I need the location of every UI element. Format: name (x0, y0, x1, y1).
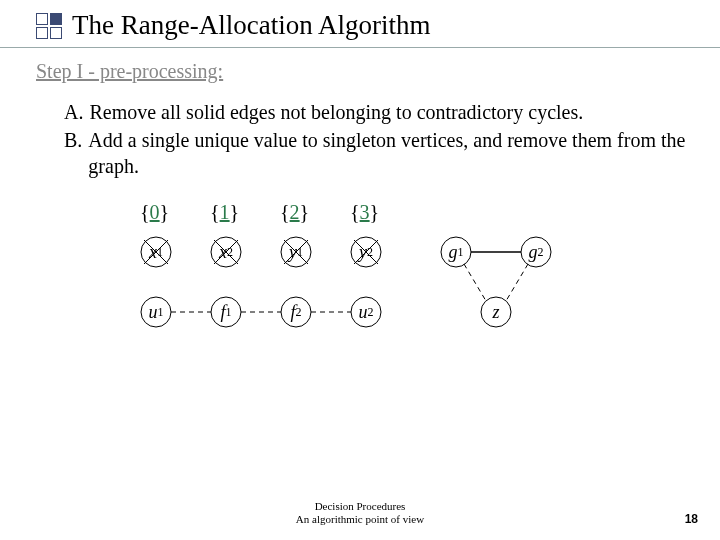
node-u2: u2 (351, 297, 381, 327)
singleton-value: {3} (350, 201, 379, 224)
footer: Decision Procedures An algorithmic point… (0, 500, 720, 526)
node-f2: f2 (281, 297, 311, 327)
list-item: B. Add a single unique value to singleto… (64, 127, 692, 179)
node-x2: x2 (211, 237, 241, 267)
node-y2: y2 (351, 237, 381, 267)
item-marker: B. (64, 127, 82, 179)
singleton-value: {2} (280, 201, 309, 224)
item-marker: A. (64, 99, 83, 125)
svg-line-24 (506, 264, 528, 301)
item-text: Add a single unique value to singleton v… (88, 127, 692, 179)
node-u1: u1 (141, 297, 171, 327)
node-g2: g2 (521, 237, 551, 267)
step-subheading: Step I - pre-processing: (36, 60, 692, 83)
svg-line-23 (464, 264, 486, 301)
graph-svg (126, 197, 646, 367)
title-bar: The Range-Allocation Algorithm (36, 10, 692, 41)
page-number: 18 (685, 512, 698, 526)
node-z: z (481, 297, 511, 327)
list-item: A. Remove all solid edges not belonging … (64, 99, 692, 125)
singleton-value: {0} (140, 201, 169, 224)
slide-title: The Range-Allocation Algorithm (72, 10, 430, 41)
footer-line2: An algorithmic point of view (0, 513, 720, 526)
singleton-value: {1} (210, 201, 239, 224)
title-rule (0, 47, 720, 48)
node-g1: g1 (441, 237, 471, 267)
footer-line1: Decision Procedures (0, 500, 720, 513)
node-y1: y1 (281, 237, 311, 267)
node-x1: x1 (141, 237, 171, 267)
graph-diagram: {0} {1} {2} {3} x1 x2 y1 y2 u1 f1 f2 u2 … (126, 197, 646, 367)
node-f1: f1 (211, 297, 241, 327)
slide: The Range-Allocation Algorithm Step I - … (0, 0, 720, 540)
item-text: Remove all solid edges not belonging to … (89, 99, 692, 125)
step-list: A. Remove all solid edges not belonging … (64, 99, 692, 179)
title-bullet-icon (36, 13, 62, 39)
